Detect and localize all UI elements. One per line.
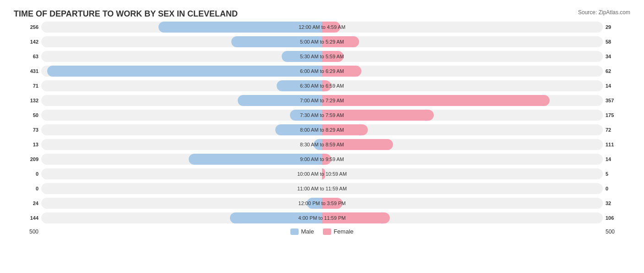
male-value: 0 [14,171,41,177]
bars-area: 8:00 AM to 8:29 AM [41,124,603,135]
female-value: 34 [603,54,630,59]
axis-min-label: 500 [14,228,41,235]
time-label: 12:00 AM to 4:59 AM [299,24,345,30]
bars-area: 6:30 AM to 6:59 AM [41,80,603,91]
chart-row: 4316:00 AM to 6:29 AM62 [14,65,630,78]
female-value: 72 [603,127,630,133]
male-bar [158,22,322,33]
male-value: 431 [14,68,41,74]
chart-row: 1327:00 AM to 7:29 AM357 [14,94,630,107]
legend-female-label: Female [333,228,353,235]
female-value: 106 [603,215,630,221]
axis-max-label: 500 [603,228,630,235]
bars-area: 7:30 AM to 7:59 AM [41,110,603,121]
legend-female-box [323,228,331,235]
bars-area: 8:30 AM to 8:59 AM [41,139,603,150]
bars-area: 7:00 AM to 7:29 AM [41,95,603,106]
time-label: 9:00 AM to 9:59 AM [300,156,344,162]
chart-row: 138:30 AM to 8:59 AM111 [14,138,630,151]
axis-row: 500 Male Female 500 [14,228,630,235]
time-label: 7:00 AM to 7:29 AM [300,98,344,103]
time-label: 6:00 AM to 6:29 AM [300,68,344,74]
female-value: 14 [603,83,630,89]
chart-row: 011:00 AM to 11:59 AM0 [14,182,630,195]
chart-container: 25612:00 AM to 4:59 AM291425:00 AM to 5:… [14,21,630,224]
male-value: 63 [14,54,41,59]
female-value: 32 [603,201,630,206]
female-value: 5 [603,171,630,177]
chart-row: 2412:00 PM to 3:59 PM32 [14,197,630,210]
chart-wrapper: TIME OF DEPARTURE TO WORK BY SEX IN CLEV… [14,9,630,235]
legend-male-box [290,228,299,235]
time-label: 7:30 AM to 7:59 AM [300,112,344,118]
chart-title: TIME OF DEPARTURE TO WORK BY SEX IN CLEV… [14,9,238,19]
time-label: 11:00 AM to 11:59 AM [297,186,347,191]
male-value: 0 [14,186,41,191]
chart-row: 738:00 AM to 8:29 AM72 [14,123,630,136]
legend-female: Female [323,228,353,235]
female-value: 14 [603,156,630,162]
bars-area: 10:00 AM to 10:59 AM [41,168,603,179]
chart-row: 1444:00 PM to 11:59 PM106 [14,212,630,224]
male-value: 144 [14,215,41,221]
time-label: 6:30 AM to 6:59 AM [300,83,344,89]
legend: Male Female [41,228,603,235]
chart-row: 507:30 AM to 7:59 AM175 [14,109,630,122]
male-value: 73 [14,127,41,133]
bars-area: 5:30 AM to 5:59 AM [41,51,603,62]
male-value: 24 [14,201,41,206]
bars-area: 6:00 AM to 6:29 AM [41,66,603,77]
time-label: 10:00 AM to 10:59 AM [297,171,347,177]
chart-row: 635:30 AM to 5:59 AM34 [14,50,630,63]
chart-row: 2099:00 AM to 9:59 AM14 [14,153,630,166]
chart-row: 25612:00 AM to 4:59 AM29 [14,21,630,33]
female-value: 175 [603,112,630,118]
source-text: Source: ZipAtlas.com [578,9,630,16]
bars-area: 5:00 AM to 5:29 AM [41,36,603,47]
male-value: 13 [14,142,41,147]
time-label: 4:00 PM to 11:59 PM [298,215,345,221]
male-value: 132 [14,98,41,103]
female-value: 58 [603,39,630,45]
bars-area: 12:00 PM to 3:59 PM [41,198,603,209]
time-label: 8:00 AM to 8:29 AM [300,127,344,133]
bars-area: 12:00 AM to 4:59 AM [41,22,603,33]
bars-area: 11:00 AM to 11:59 AM [41,183,603,194]
male-value: 71 [14,83,41,89]
male-value: 142 [14,39,41,45]
legend-male-label: Male [301,228,314,235]
female-bar [322,95,550,106]
female-value: 357 [603,98,630,103]
time-label: 8:30 AM to 8:59 AM [300,142,344,147]
female-value: 0 [603,186,630,191]
chart-row: 716:30 AM to 6:59 AM14 [14,79,630,92]
male-value: 256 [14,24,41,30]
female-value: 62 [603,68,630,74]
bars-area: 9:00 AM to 9:59 AM [41,154,603,165]
legend-male: Male [290,228,314,235]
time-label: 5:00 AM to 5:29 AM [300,39,344,45]
female-value: 29 [603,24,630,30]
time-label: 12:00 PM to 3:59 PM [298,201,345,206]
bars-area: 4:00 PM to 11:59 PM [41,212,603,223]
chart-row: 1425:00 AM to 5:29 AM58 [14,35,630,48]
male-bar [47,66,322,77]
chart-row: 010:00 AM to 10:59 AM5 [14,167,630,180]
male-value: 50 [14,112,41,118]
time-label: 5:30 AM to 5:59 AM [300,54,344,59]
female-value: 111 [603,142,630,147]
male-value: 209 [14,156,41,162]
